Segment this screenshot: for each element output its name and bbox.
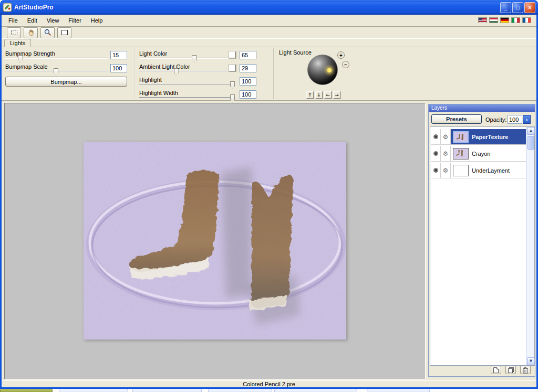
layer-thumbnail (453, 131, 469, 143)
layer-row-crayon[interactable]: ⚙ Crayon (431, 146, 526, 162)
new-layer-button[interactable] (491, 366, 501, 374)
gear-icon: ⚙ (443, 167, 449, 174)
lights-panel-body: Bumpmap Strength Bumpmap Scale Bumpmap..… (2, 47, 536, 101)
layers-panel: Layers Presets Opacity: › ⚙ PaperTexture (428, 104, 535, 377)
layer-visibility-toggle[interactable] (431, 146, 441, 161)
taskbar-button[interactable] (208, 389, 272, 392)
layer-name: PaperTexture (472, 134, 509, 140)
hand-tool-button[interactable] (24, 27, 38, 38)
flag-hungary-icon[interactable] (489, 17, 498, 23)
crop-tool-button[interactable] (57, 27, 71, 38)
titlebar[interactable]: ArtStudioPro _ □ × (0, 0, 538, 15)
flag-us-icon[interactable] (478, 17, 487, 23)
taskbar-button[interactable] (274, 389, 357, 392)
highlight-width-value-input[interactable] (240, 90, 256, 99)
layer-row-main[interactable]: PaperTexture (451, 129, 526, 144)
layer-options-button[interactable]: ⚙ (441, 146, 451, 161)
slider-thumb[interactable] (230, 94, 235, 102)
trash-icon (522, 367, 529, 374)
flag-germany-icon[interactable] (500, 17, 509, 23)
light-source-label: Light Source (279, 49, 312, 56)
ambient-light-color-value-input[interactable] (240, 64, 256, 72)
slider-thumb[interactable] (192, 55, 196, 63)
bumpmap-strength-label: Bumpmap Strength (5, 50, 55, 57)
slider-thumb[interactable] (18, 55, 23, 63)
bumpmap-scale-slider[interactable] (5, 71, 108, 72)
ambient-light-color-swatch[interactable] (229, 65, 236, 71)
layer-row-main[interactable]: Crayon (451, 146, 526, 161)
frame-icon (60, 28, 69, 37)
light-intensity-plus-button[interactable]: + (337, 51, 345, 59)
eye-icon (433, 134, 438, 139)
bumpmap-scale-value-input[interactable] (110, 64, 127, 72)
menu-edit[interactable]: Edit (23, 16, 42, 25)
layer-row-underlayment[interactable]: ⚙ UnderLayment (431, 163, 526, 178)
screen: ArtStudioPro _ □ × File Edit View Filter… (0, 0, 538, 392)
app-icon (3, 3, 12, 12)
highlight-value-input[interactable] (240, 77, 256, 86)
scroll-down-button[interactable]: ▼ (527, 357, 535, 365)
bumpmap-scale-label: Bumpmap Scale (5, 63, 48, 70)
maximize-button[interactable]: □ (512, 2, 523, 13)
menu-file[interactable]: File (4, 16, 23, 25)
ambient-light-color-slider[interactable] (139, 71, 235, 72)
layer-row-papertexture[interactable]: ⚙ PaperTexture (431, 129, 526, 145)
layers-scrollbar[interactable]: ▲ ▼ (526, 127, 534, 365)
light-move-right-button[interactable]: → (333, 91, 340, 99)
window-controls: _ □ × (500, 2, 535, 13)
highlight-slider[interactable] (139, 84, 235, 85)
lights-tab[interactable]: Lights (4, 39, 31, 47)
layer-row-main[interactable]: UnderLayment (451, 163, 526, 178)
presets-button[interactable]: Presets (431, 114, 482, 124)
light-color-value-input[interactable] (240, 51, 256, 59)
light-move-down-button[interactable]: ↓ (315, 91, 323, 99)
layer-visibility-toggle[interactable] (431, 129, 441, 144)
layer-name: UnderLayment (472, 167, 510, 174)
layer-options-button[interactable]: ⚙ (441, 163, 451, 178)
eye-icon (433, 151, 438, 156)
close-button[interactable]: × (524, 2, 535, 13)
layer-options-button[interactable]: ⚙ (441, 129, 451, 144)
marquee-tool-button[interactable] (7, 27, 21, 38)
duplicate-layer-button[interactable] (505, 366, 516, 374)
taskbar-button[interactable] (59, 389, 128, 392)
canvas-area[interactable] (4, 103, 426, 379)
layer-visibility-toggle[interactable] (431, 163, 441, 178)
minimize-button[interactable]: _ (500, 2, 511, 13)
bumpmap-strength-slider[interactable] (5, 58, 108, 59)
menu-help[interactable]: Help (86, 16, 108, 25)
scrollbar-thumb[interactable] (527, 136, 534, 150)
slider-thumb[interactable] (174, 68, 179, 76)
light-color-swatch[interactable] (229, 51, 236, 58)
opacity-input[interactable] (508, 115, 522, 124)
light-source-ball[interactable] (307, 55, 338, 85)
slider-thumb[interactable] (230, 81, 235, 89)
scroll-up-button[interactable]: ▲ (527, 127, 535, 135)
opacity-label: Opacity: (485, 116, 506, 123)
taskbar-start-button[interactable] (0, 389, 53, 392)
highlight-width-slider[interactable] (139, 97, 235, 98)
menu-view[interactable]: View (42, 16, 64, 25)
taskbar-button[interactable] (132, 389, 202, 392)
delete-layer-button[interactable] (520, 366, 531, 374)
bumpmap-strength-value-input[interactable] (110, 51, 127, 59)
bumpmap-button[interactable]: Bumpmap... (5, 77, 127, 87)
flag-france-icon[interactable] (522, 17, 531, 23)
light-move-up-button[interactable]: ↑ (306, 91, 314, 99)
duplicate-layer-icon (508, 367, 514, 374)
highlight-width-label: Highlight Width (139, 90, 178, 96)
slider-thumb[interactable] (54, 68, 58, 76)
flag-italy-icon[interactable] (511, 17, 520, 23)
light-move-left-button[interactable]: ← (324, 91, 332, 99)
layers-panel-header[interactable]: Layers (429, 104, 535, 112)
taskbar-button[interactable] (367, 389, 430, 392)
ambient-light-color-label: Ambient Light Color (139, 63, 190, 70)
statusbar: Colored Pencil 2.pre (2, 380, 536, 387)
artwork-image[interactable] (84, 142, 346, 340)
light-intensity-minus-button[interactable]: − (342, 61, 349, 68)
light-color-slider[interactable] (139, 58, 235, 59)
zoom-tool-button[interactable] (40, 27, 55, 38)
menubar: File Edit View Filter Help (2, 15, 536, 26)
menu-filter[interactable]: Filter (64, 16, 86, 25)
opacity-spinner-button[interactable]: › (523, 115, 531, 124)
